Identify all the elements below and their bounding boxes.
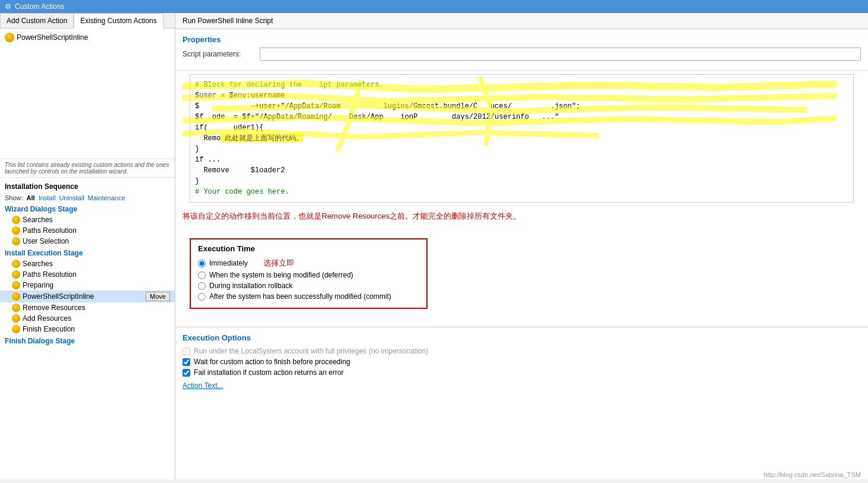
install-add-resources[interactable]: Add Resources [0, 313, 175, 324]
checkbox-localsystem [183, 348, 190, 355]
radio-deferred-label[interactable]: When the system is being modified (defer… [209, 271, 353, 279]
right-panel: Run PowerShell Inline Script Properties … [175, 13, 868, 479]
window-icon: ⚙ [5, 2, 11, 11]
remove-resources-icon [12, 304, 20, 312]
annotation-main: 将该自定义的动作移到当前位置，也就是Remove Resources之前。才能完… [175, 206, 868, 226]
tabs-row: Add Custom Action Existing Custom Action… [0, 13, 175, 29]
move-button[interactable]: Move [146, 292, 170, 301]
code-line-3: $ -+user+"/AppData/Roam lugins/Gmcost.bu… [195, 101, 848, 112]
execution-options-section: Execution Options Run under the LocalSys… [175, 327, 868, 398]
show-install[interactable]: Install [39, 194, 56, 201]
install-paths[interactable]: Paths Resolution [0, 269, 175, 280]
left-panel: Add Custom Action Existing Custom Action… [0, 13, 175, 479]
wizard-stage-header: Wizard Dialogs Stage [0, 203, 175, 214]
install-paths-label: Paths Resolution [23, 270, 77, 279]
code-line-6: Remo 此处就是上面写的代码。 [195, 133, 848, 144]
show-row: Show: All Install Uninstall Maintenance [0, 193, 175, 203]
title-bar: ⚙ Custom Actions [0, 0, 868, 13]
powershell-install-icon [12, 292, 20, 301]
radio-immediately[interactable] [198, 260, 206, 267]
checkbox-wait[interactable] [183, 358, 190, 366]
radio-deferred[interactable] [198, 272, 206, 279]
radio-rollback-label[interactable]: During installation rollback [209, 282, 293, 290]
paths-install-icon [12, 270, 20, 279]
user-wizard-icon [12, 237, 20, 245]
radio-commit-row: After the system has been successfully m… [198, 292, 419, 301]
custom-actions-list: PowerShellScriptInline [0, 29, 175, 159]
radio-commit[interactable] [198, 293, 206, 301]
wizard-user-label: User Selection [23, 237, 69, 245]
checkbox-wait-row: Wait for custom action to finish before … [183, 358, 861, 366]
checkbox-fail[interactable] [183, 369, 190, 377]
powershell-icon [5, 33, 14, 42]
install-remove-resources[interactable]: Remove Resources [0, 302, 175, 313]
wizard-paths-label: Paths Resolution [23, 226, 77, 235]
checkbox-fail-row: Fail installation if custom action retur… [183, 368, 861, 377]
show-maintenance[interactable]: Maintenance [88, 194, 125, 201]
wizard-paths[interactable]: Paths Resolution [0, 225, 175, 236]
code-line-11: # Your code goes here. [195, 187, 848, 197]
searches-install-icon [12, 260, 20, 268]
radio-rollback-row: During installation rollback [198, 282, 419, 290]
searches-wizard-icon [12, 216, 20, 224]
code-line-9: Remove $loader2 [195, 165, 848, 176]
execution-time-section: Execution Time Immediately 选择立即 When the… [190, 238, 427, 309]
list-item-powershell[interactable]: PowerShellScriptInline [2, 31, 172, 44]
paths-wizard-icon [12, 226, 20, 235]
install-searches-label: Searches [23, 260, 53, 268]
wizard-searches[interactable]: Searches [0, 214, 175, 225]
show-all[interactable]: All [27, 194, 35, 201]
radio-immediately-label[interactable]: Immediately [209, 259, 248, 267]
wizard-user-selection[interactable]: User Selection [0, 236, 175, 247]
radio-rollback[interactable] [198, 282, 206, 290]
checkbox-localsystem-label: Run under the LocalSystem account with f… [194, 347, 428, 355]
install-powershell-label: PowerShellScriptInline [23, 292, 94, 301]
tab-existing-custom-actions[interactable]: Existing Custom Actions [74, 13, 163, 29]
install-stage-header: Install Execution Stage [0, 247, 175, 258]
checkbox-localsystem-row: Run under the LocalSystem account with f… [183, 347, 861, 355]
add-resources-icon [12, 314, 20, 323]
wizard-searches-label: Searches [23, 216, 53, 224]
watermark: http://blog.csdn.net/Sabrina_TSM [764, 471, 861, 478]
script-params-input[interactable] [260, 48, 861, 61]
annotation-immediately: 选择立即 [263, 258, 294, 269]
finish-stage-header: Finish Dialogs Stage [0, 334, 175, 346]
install-preparing[interactable]: Preparing [0, 280, 175, 291]
tab-add-custom-action[interactable]: Add Custom Action [0, 13, 74, 28]
show-uninstall[interactable]: Uninstall [59, 194, 84, 201]
param-row: Script parameters: [183, 48, 861, 61]
code-line-2: $user = $env:username [195, 90, 848, 101]
code-line-7: } [195, 144, 848, 154]
code-line-4: $f ode = $f+"/AppData/Roaming/ Desk/App … [195, 112, 848, 122]
finish-execution-icon [12, 325, 20, 333]
code-line-8: if ... [195, 154, 848, 165]
code-block-wrapper: # Block for declaring the ipt parameters… [183, 74, 861, 203]
properties-title: Properties [175, 29, 868, 48]
sequence-section: Installation Sequence Show: All Install … [0, 178, 175, 479]
main-container: Add Custom Action Existing Custom Action… [0, 13, 868, 479]
radio-immediately-row: Immediately 选择立即 [198, 258, 419, 269]
install-remove-label: Remove Resources [23, 304, 85, 312]
right-header: Run PowerShell Inline Script [175, 13, 868, 29]
install-finish-execution[interactable]: Finish Execution [0, 324, 175, 334]
checkbox-fail-label[interactable]: Fail installation if custom action retur… [194, 368, 344, 377]
show-label: Show: [5, 194, 23, 201]
checkbox-wait-label[interactable]: Wait for custom action to finish before … [194, 358, 350, 366]
code-line-1: # Block for declaring the ipt parameters… [195, 80, 848, 90]
preparing-icon [12, 281, 20, 289]
radio-commit-label[interactable]: After the system has been successfully m… [209, 292, 391, 301]
properties-section: Script parameters: [175, 48, 868, 71]
execution-time-container: Execution Time Immediately 选择立即 When the… [175, 226, 868, 321]
right-header-text: Run PowerShell Inline Script [183, 17, 273, 25]
info-text: This list contains already existing cust… [0, 159, 175, 178]
code-line-5: if( uder1){ [195, 122, 848, 133]
list-item-label: PowerShellScriptInline [17, 33, 88, 42]
install-powershell[interactable]: PowerShellScriptInline Move [0, 291, 175, 302]
action-text-link[interactable]: Action Text... [183, 379, 861, 392]
code-line-10: } [195, 176, 848, 187]
install-searches[interactable]: Searches [0, 258, 175, 269]
sequence-header: Installation Sequence [0, 180, 175, 193]
window-title: Custom Actions [15, 2, 64, 11]
install-finish-label: Finish Execution [23, 325, 75, 333]
execution-options-title: Execution Options [183, 333, 861, 342]
